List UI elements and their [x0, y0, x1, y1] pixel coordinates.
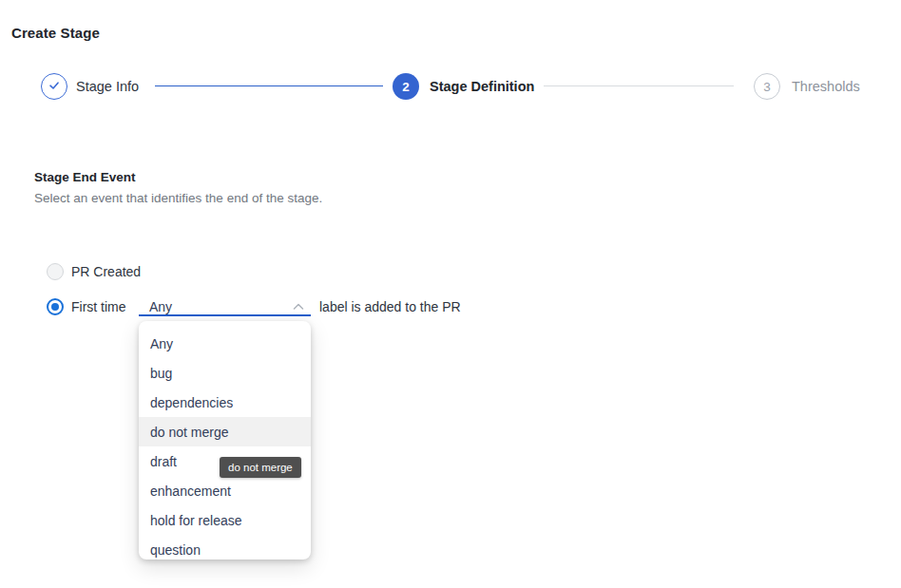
check-icon — [47, 78, 62, 96]
step-2-label: Stage Definition — [430, 80, 534, 94]
radio-first-time-label[interactable]: First time — [71, 298, 126, 315]
step-3-number: 3 — [763, 80, 771, 94]
step-2-circle[interactable]: 2 — [393, 73, 419, 100]
dropdown-option[interactable]: bug — [139, 358, 311, 388]
dropdown-option[interactable]: enhancement — [139, 476, 311, 505]
step-1-circle[interactable] — [41, 73, 67, 100]
dropdown-option-highlighted[interactable]: do not merge — [139, 417, 311, 446]
suffix-text: label is added to the PR — [319, 298, 461, 315]
radio-first-time[interactable] — [47, 298, 64, 315]
chevron-up-icon[interactable] — [290, 298, 307, 315]
label-dropdown-menu: Any bug dependencies do not merge draft … — [139, 321, 311, 560]
step-1-label[interactable]: Stage Info — [76, 80, 139, 94]
section-heading: Stage End Event — [34, 170, 136, 184]
select-underline — [139, 314, 311, 316]
radio-pr-created-label[interactable]: PR Created — [71, 263, 141, 280]
dropdown-option[interactable]: hold for release — [139, 505, 311, 535]
dropdown-option[interactable]: dependencies — [139, 388, 311, 417]
create-stage-wizard: Create Stage Stage Info 2 Stage Definiti… — [0, 0, 901, 588]
section-description: Select an event that identifies the end … — [34, 191, 322, 205]
step-3-circle[interactable]: 3 — [754, 73, 780, 100]
step-3-label: Thresholds — [792, 80, 860, 94]
label-select-value[interactable]: Any — [149, 298, 172, 315]
radio-pr-created[interactable] — [47, 263, 64, 280]
tooltip: do not merge — [220, 457, 301, 478]
step-2-number: 2 — [402, 80, 410, 94]
dropdown-option[interactable]: question — [139, 535, 311, 560]
dropdown-option[interactable]: Any — [139, 329, 311, 358]
radio-dot — [51, 303, 59, 311]
stepper-connector-1 — [155, 85, 383, 86]
page-title: Create Stage — [11, 25, 100, 41]
stepper-connector-2 — [544, 85, 734, 86]
